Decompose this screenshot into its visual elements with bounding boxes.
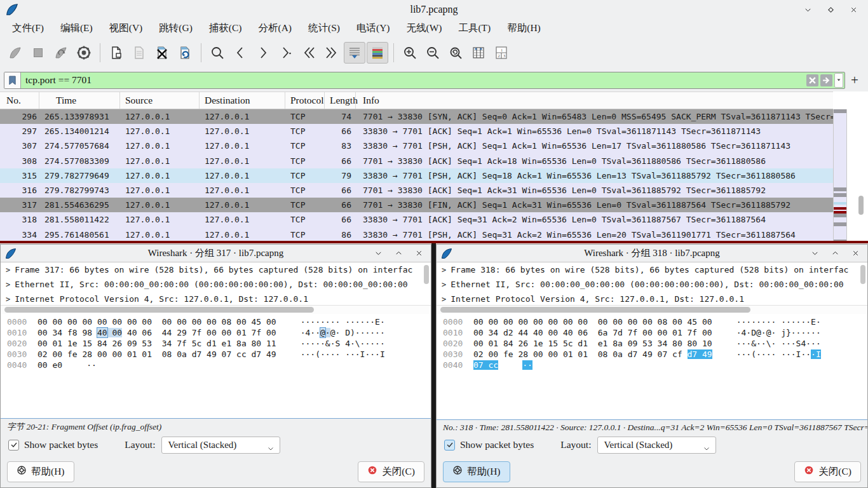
filter-bookmark-icon[interactable] — [4, 72, 21, 88]
show-packet-bytes-checkbox[interactable] — [444, 440, 455, 451]
column-header-info[interactable]: Info — [356, 92, 833, 109]
menu-item[interactable]: 无线(W) — [398, 20, 451, 37]
menu-item[interactable]: 电话(Y) — [348, 20, 398, 37]
tree-row[interactable]: >Internet Protocol Version 4, Src: 127.0… — [1, 292, 431, 306]
show-packet-bytes-checkbox[interactable] — [8, 440, 19, 451]
zoom-in-button[interactable] — [399, 42, 421, 64]
column-header-protocol[interactable]: Protocol — [285, 92, 325, 109]
expander-icon[interactable]: > — [442, 295, 446, 304]
menu-item[interactable]: 编辑(E) — [52, 20, 101, 37]
column-header-no[interactable]: No. — [0, 92, 39, 109]
expander-icon[interactable]: > — [442, 266, 446, 274]
close-button[interactable] — [849, 5, 858, 14]
autoscroll-toggle[interactable] — [344, 42, 365, 64]
filter-history-dropdown-icon[interactable] — [834, 73, 843, 88]
stop-capture-button[interactable] — [27, 42, 49, 64]
packet-row-315[interactable]: 315279.782779649127.0.0.1127.0.0.1TCP793… — [0, 168, 833, 183]
minimize-button[interactable] — [803, 5, 812, 14]
hex-offset: 0020 — [443, 339, 470, 348]
menu-item[interactable]: 统计(S) — [300, 20, 348, 37]
close-button[interactable] — [414, 249, 423, 258]
packet-list-header[interactable]: No.TimeSourceDestinationProtocolLengthIn… — [0, 92, 833, 109]
close-file-button[interactable] — [151, 42, 173, 64]
colorize-toggle[interactable] — [367, 42, 388, 64]
next-packet-button[interactable] — [252, 42, 274, 64]
tree-scrollbar-thumb[interactable] — [860, 265, 865, 284]
resize-columns-button[interactable] — [468, 42, 489, 64]
menu-item[interactable]: 分析(A) — [250, 20, 300, 37]
layout-select[interactable]: Vertical (Stacked) — [161, 437, 280, 454]
start-capture-button[interactable] — [4, 42, 26, 64]
expander-icon[interactable]: > — [6, 295, 10, 304]
intelligent-scrollbar-minimap[interactable] — [833, 109, 847, 243]
find-packet-button[interactable] — [207, 42, 228, 64]
packet-bytes-pane[interactable]: 000000 00 00 00 00 00 00 00 00 00 00 00 … — [437, 314, 867, 419]
restart-capture-button[interactable] — [50, 42, 72, 64]
tree-horizontal-scrollbar[interactable] — [1, 306, 431, 314]
hscrollbar-thumb[interactable] — [4, 307, 314, 313]
packet-bytes-pane[interactable]: 000000 00 00 00 00 00 00 00 00 00 00 00 … — [1, 314, 431, 418]
maximize-button[interactable] — [394, 249, 403, 258]
tree-row[interactable]: >Frame 318: 66 bytes on wire (528 bits),… — [437, 262, 867, 277]
add-filter-button[interactable]: + — [851, 72, 858, 88]
layout-button[interactable]: 123 — [491, 42, 512, 64]
hscrollbar-thumb[interactable] — [440, 307, 750, 313]
minimize-button[interactable] — [810, 249, 819, 258]
minimize-button[interactable] — [374, 249, 383, 258]
tree-row[interactable]: >Ethernet II, Src: 00:00:00_00:00:00 (00… — [437, 277, 867, 292]
help-button[interactable]: 帮助(H) — [443, 461, 510, 482]
minimap-stripe — [834, 113, 846, 187]
column-header-time[interactable]: Time — [39, 92, 120, 109]
menu-item[interactable]: 文件(F) — [4, 20, 52, 37]
packet-row-308[interactable]: 308274.577083309127.0.0.1127.0.0.1TCP667… — [0, 154, 833, 168]
capture-options-button[interactable] — [73, 42, 95, 64]
previous-packet-button[interactable] — [229, 42, 251, 64]
layout-select[interactable]: Vertical (Stacked) — [597, 437, 716, 454]
menu-item[interactable]: 工具(T) — [450, 20, 499, 37]
menu-item[interactable]: 帮助(H) — [499, 20, 549, 37]
close-button[interactable] — [851, 249, 860, 258]
packet-row-334[interactable]: 334295.761480561127.0.0.1127.0.0.1TCP863… — [0, 227, 833, 242]
reload-file-button[interactable] — [174, 42, 196, 64]
packet-row-316[interactable]: 316279.782799743127.0.0.1127.0.0.1TCP667… — [0, 183, 833, 198]
goto-packet-button[interactable] — [275, 42, 297, 64]
zoom-reset-button[interactable] — [445, 42, 466, 64]
close-button[interactable]: 关闭(C) — [358, 461, 424, 482]
filter-clear-icon[interactable] — [806, 74, 818, 86]
tree-horizontal-scrollbar[interactable] — [437, 306, 867, 314]
maximize-button[interactable] — [831, 249, 839, 258]
zoom-out-button[interactable] — [422, 42, 444, 64]
column-header-length[interactable]: Length — [325, 92, 356, 109]
maximize-button[interactable] — [826, 5, 835, 14]
menu-item[interactable]: 捕获(C) — [201, 20, 250, 37]
tree-scrollbar-thumb[interactable] — [424, 265, 429, 284]
save-file-button[interactable] — [128, 42, 150, 64]
packet-row-296[interactable]: 296265.133978931127.0.0.1127.0.0.1TCP747… — [0, 109, 833, 124]
expander-icon[interactable]: > — [442, 280, 446, 289]
tree-row[interactable]: >Frame 317: 66 bytes on wire (528 bits),… — [1, 262, 431, 277]
last-packet-button[interactable] — [321, 42, 342, 64]
filter-input[interactable]: tcp.port == 7701 — [21, 74, 806, 86]
vertical-scrollbar-thumb[interactable] — [858, 196, 864, 215]
menu-item[interactable]: 视图(V) — [101, 20, 151, 37]
column-header-source[interactable]: Source — [120, 92, 200, 109]
expander-icon[interactable]: > — [6, 280, 10, 289]
close-button[interactable]: 关闭(C) — [794, 461, 861, 482]
tree-row[interactable]: >Internet Protocol Version 4, Src: 127.0… — [437, 292, 867, 306]
packet-list[interactable]: 296265.133978931127.0.0.1127.0.0.1TCP747… — [0, 109, 833, 242]
column-header-destination[interactable]: Destination — [200, 92, 285, 109]
packet-details-tree[interactable]: >Frame 318: 66 bytes on wire (528 bits),… — [437, 262, 867, 306]
open-file-button[interactable] — [105, 42, 127, 64]
packet-row-318[interactable]: 318281.558011422127.0.0.1127.0.0.1TCP663… — [0, 212, 833, 227]
tree-row[interactable]: >Ethernet II, Src: 00:00:00_00:00:00 (00… — [1, 277, 431, 292]
expander-icon[interactable]: > — [6, 266, 10, 274]
menu-item[interactable]: 跳转(G) — [151, 20, 201, 37]
packet-row-307[interactable]: 307274.577057684127.0.0.1127.0.0.1TCP833… — [0, 139, 833, 153]
packet-row-317[interactable]: 317281.554636295127.0.0.1127.0.0.1TCP667… — [0, 198, 833, 212]
packet-row-297[interactable]: 297265.134001214127.0.0.1127.0.0.1TCP663… — [0, 124, 833, 139]
display-filter-field[interactable]: tcp.port == 7701 — [4, 72, 845, 89]
packet-details-tree[interactable]: >Frame 317: 66 bytes on wire (528 bits),… — [1, 262, 431, 306]
help-button[interactable]: 帮助(H) — [7, 461, 74, 482]
filter-apply-icon[interactable] — [820, 74, 832, 86]
first-packet-button[interactable] — [298, 42, 320, 64]
